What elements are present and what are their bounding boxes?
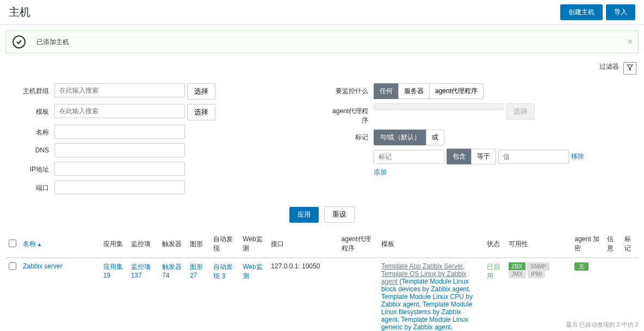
host-group-select-button[interactable]: 选择 [187, 83, 215, 100]
close-icon[interactable]: × [628, 37, 633, 47]
jmx-badge: JMX [509, 270, 526, 278]
triggers-link[interactable]: 触发器 74 [162, 263, 182, 279]
equals-button[interactable]: 等于 [471, 149, 496, 164]
zbx-badge: ZBX [509, 262, 525, 271]
port-input[interactable] [54, 180, 185, 194]
row-checkbox[interactable] [9, 262, 16, 270]
filter-icon[interactable] [623, 62, 636, 75]
apps-link[interactable]: 应用集 19 [103, 263, 123, 279]
ipmi-badge: IPMI [528, 270, 546, 278]
template-input[interactable] [54, 104, 185, 118]
monitor-server-button[interactable]: 服务器 [398, 83, 430, 99]
template-label: 模板 [11, 104, 54, 117]
col-info: 信息 [604, 230, 621, 258]
status-link[interactable]: 已启用 [487, 263, 500, 280]
name-input[interactable] [54, 125, 185, 139]
monitor-what-label: 要监控什么 [330, 83, 374, 96]
create-host-button[interactable]: 创建主机 [560, 4, 603, 20]
success-alert: 已添加主机 × [5, 30, 639, 53]
col-name[interactable]: 名称▲ [20, 230, 100, 258]
col-tags: 标记 [621, 230, 639, 258]
check-icon [13, 35, 26, 48]
discovery-link[interactable]: 自动发现 3 [213, 263, 233, 280]
import-button[interactable]: 导入 [606, 4, 635, 20]
agent-proxy-label: agent代理程序 [330, 103, 374, 125]
col-status: 状态 [484, 230, 505, 258]
apply-button[interactable]: 应用 [289, 207, 319, 223]
items-link[interactable]: 监控项 137 [131, 263, 151, 279]
encryption-badge: 无 [574, 262, 589, 271]
dns-label: DNS [11, 143, 54, 154]
footer-status: 显示 已自动发现的 2 中的 2 [566, 321, 639, 329]
filter-label: 过滤器 [599, 62, 619, 75]
agent-proxy-select-button: 选择 [506, 103, 535, 120]
graphs-link[interactable]: 图形 27 [190, 263, 203, 279]
col-interface: 接口 [268, 230, 338, 258]
snmp-badge: SNMP [527, 262, 549, 271]
tags-label: 标记 [330, 130, 374, 142]
col-availability: 可用性 [505, 230, 572, 258]
ip-input[interactable] [54, 162, 185, 176]
select-all-checkbox[interactable] [9, 240, 16, 247]
col-proxy: agent代理程序 [338, 230, 378, 258]
reset-button[interactable]: 重设 [324, 206, 355, 223]
ip-label: IP地址 [11, 162, 54, 174]
host-group-label: 主机群组 [11, 83, 54, 96]
name-label: 名称 [11, 125, 54, 137]
hosts-table: 名称▲ 应用集 监控项 触发器 图形 自动发现 Web监测 接口 agent代理… [5, 230, 639, 331]
agent-proxy-input [374, 103, 504, 110]
add-tag-link[interactable]: 添加 [374, 168, 387, 177]
remove-tag-link[interactable]: 移除 [571, 152, 584, 161]
col-graphs: 图形 [187, 230, 210, 258]
tag-or-button[interactable]: 或 [426, 130, 444, 145]
col-items: 监控项 [128, 230, 159, 258]
web-link[interactable]: Web监测 [243, 263, 262, 280]
tag-andor-button[interactable]: 与/或（默认） [374, 130, 426, 145]
page-title: 主机 [9, 5, 30, 20]
col-template: 模板 [378, 230, 484, 258]
template-select-button[interactable]: 选择 [187, 104, 215, 120]
host-group-input[interactable] [54, 83, 185, 97]
host-name-link[interactable]: Zabbix server [23, 262, 63, 270]
template-links[interactable]: (Template Module Linux block devices by … [381, 278, 475, 331]
tag-value-input[interactable] [498, 150, 569, 164]
monitor-any-button[interactable]: 任何 [374, 83, 399, 99]
col-triggers: 触发器 [159, 230, 187, 258]
tag-name-input[interactable] [374, 150, 444, 164]
alert-message: 已添加主机 [36, 38, 69, 47]
col-apps: 应用集 [100, 230, 128, 258]
col-encryption: agent 加密 [571, 230, 604, 258]
monitor-proxy-button[interactable]: agent代理程序 [429, 83, 484, 99]
col-web: Web监测 [239, 230, 268, 258]
interface-cell: 127.0.0.1: 10050 [268, 258, 338, 332]
table-row: Zabbix server 应用集 19 监控项 137 触发器 74 图形 2… [5, 258, 639, 332]
dns-input[interactable] [54, 143, 185, 157]
col-discovery: 自动发现 [210, 230, 239, 258]
port-label: 端口 [11, 180, 54, 193]
contains-button[interactable]: 包含 [447, 149, 472, 164]
